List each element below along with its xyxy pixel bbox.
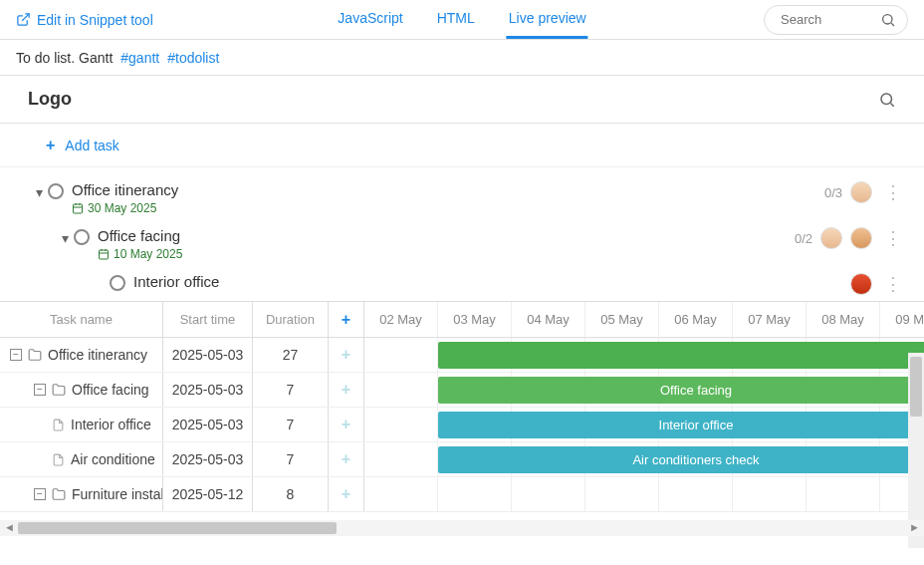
gantt-bar[interactable]: Air conditioners check <box>438 446 924 473</box>
add-column-button[interactable]: + <box>329 302 364 337</box>
day-header: 04 May <box>512 302 585 337</box>
cell-start: 2025-05-03 <box>163 408 253 441</box>
hashtag-todolist[interactable]: #todolist <box>167 50 219 66</box>
row-add-button[interactable]: + <box>329 477 364 511</box>
calendar-icon <box>98 248 110 260</box>
file-icon <box>52 453 65 466</box>
plus-icon: + <box>342 485 350 503</box>
gantt-scrollbar-vertical[interactable] <box>908 353 924 548</box>
edit-snippet-label: Edit in Snippet tool <box>37 12 153 28</box>
snippet-title: To do list. Gantt <box>16 50 113 66</box>
col-duration: Duration <box>253 302 329 337</box>
chevron-down-icon[interactable]: ▾ <box>56 230 74 246</box>
folder-icon <box>28 348 42 362</box>
day-header: 02 May <box>364 302 438 337</box>
plus-icon: + <box>342 381 350 399</box>
expander-icon[interactable]: − <box>10 349 22 361</box>
day-header: 03 May <box>438 302 512 337</box>
gantt-chart: Task nameStart timeDuration+02 May03 May… <box>0 301 924 520</box>
search-icon[interactable] <box>880 12 896 28</box>
hashtag-gantt[interactable]: #gantt <box>120 50 159 66</box>
task-name[interactable]: Office facing <box>98 227 795 244</box>
plus-icon: + <box>342 311 350 329</box>
gantt-bar[interactable]: Office facing <box>438 377 924 404</box>
col-task-name: Task name <box>0 302 163 337</box>
day-header: 08 May <box>807 302 880 337</box>
search-box <box>764 5 908 35</box>
timeline[interactable]: Interior office <box>364 408 924 441</box>
header-search-button[interactable] <box>878 91 896 109</box>
task-checkbox[interactable] <box>74 229 90 245</box>
cell-task-name[interactable]: −Furniture install <box>0 477 163 511</box>
cell-duration: 7 <box>253 442 329 476</box>
cell-task-name[interactable]: −Office itinerancy <box>0 338 163 372</box>
task-date: 10 May 2025 <box>98 247 795 261</box>
external-link-icon <box>16 12 31 27</box>
search-icon <box>878 91 896 109</box>
tree-row: ▾Office itinerancy30 May 20250/3⋮ <box>0 175 924 221</box>
cell-start: 2025-05-03 <box>163 442 253 476</box>
col-start-time: Start time <box>163 302 253 337</box>
task-checkbox[interactable] <box>110 275 125 291</box>
cell-duration: 7 <box>253 408 329 441</box>
top-toolbar: Edit in Snippet tool JavaScript HTML Liv… <box>0 0 924 40</box>
gantt-bar[interactable] <box>438 342 924 369</box>
timeline[interactable]: Air conditioners check <box>364 442 924 476</box>
plus-icon: + <box>342 450 350 468</box>
row-add-button[interactable]: + <box>329 338 364 372</box>
tab-javascript[interactable]: JavaScript <box>336 0 404 39</box>
more-menu-icon[interactable]: ⋮ <box>880 229 906 247</box>
gantt-bar[interactable]: Interior office <box>438 412 924 438</box>
gantt-row: Interior office2025-05-037+Interior offi… <box>0 408 924 442</box>
avatar[interactable] <box>850 273 872 295</box>
subtitle-bar: To do list. Gantt #gantt #todolist <box>0 40 924 76</box>
scroll-left-arrow[interactable]: ◄ <box>4 521 15 533</box>
svg-line-2 <box>891 23 894 26</box>
add-task-button[interactable]: + Add task <box>46 137 119 154</box>
day-header: 05 May <box>585 302 659 337</box>
task-tree: ▾Office itinerancy30 May 20250/3⋮▾Office… <box>0 167 924 301</box>
task-name[interactable]: Office itinerancy <box>72 181 824 198</box>
file-icon <box>52 419 65 431</box>
scroll-thumb[interactable] <box>18 522 337 534</box>
svg-line-4 <box>890 103 893 106</box>
plus-icon: + <box>342 416 350 433</box>
avatar[interactable] <box>820 227 842 249</box>
row-add-button[interactable]: + <box>329 408 364 441</box>
task-checkbox[interactable] <box>48 183 64 199</box>
task-count: 0/2 <box>795 231 812 246</box>
cell-task-name[interactable]: Interior office <box>0 408 163 441</box>
day-header: 09 May <box>880 302 924 337</box>
chevron-down-icon[interactable]: ▾ <box>30 184 48 200</box>
more-menu-icon[interactable]: ⋮ <box>880 275 906 293</box>
gantt-row: −Office facing2025-05-037+Office facing <box>0 373 924 408</box>
gantt-row: −Office itinerancy2025-05-0327+ <box>0 338 924 373</box>
gantt-scrollbar-horizontal[interactable]: ◄ ► <box>0 520 924 536</box>
task-name[interactable]: Interior office <box>133 273 850 290</box>
avatar[interactable] <box>850 227 872 249</box>
plus-icon: + <box>342 346 350 364</box>
row-add-button[interactable]: + <box>329 373 364 407</box>
edit-snippet-link[interactable]: Edit in Snippet tool <box>16 12 153 28</box>
more-menu-icon[interactable]: ⋮ <box>880 183 906 201</box>
cell-start: 2025-05-03 <box>163 373 253 407</box>
day-header: 07 May <box>733 302 807 337</box>
timeline[interactable]: Office facing <box>364 373 924 407</box>
scroll-right-arrow[interactable]: ► <box>909 521 920 533</box>
cell-duration: 7 <box>253 373 329 407</box>
expander-icon[interactable]: − <box>34 488 46 500</box>
task-date: 30 May 2025 <box>72 201 824 215</box>
plus-icon: + <box>46 137 55 154</box>
gantt-body: −Office itinerancy2025-05-0327+−Office f… <box>0 338 924 512</box>
cell-duration: 27 <box>253 338 329 372</box>
row-add-button[interactable]: + <box>329 442 364 476</box>
timeline[interactable] <box>364 477 924 511</box>
timeline[interactable] <box>364 338 924 372</box>
tab-live-preview[interactable]: Live preview <box>507 0 588 39</box>
folder-icon <box>52 487 66 501</box>
cell-task-name[interactable]: Air conditione <box>0 442 163 476</box>
avatar[interactable] <box>850 181 872 203</box>
cell-task-name[interactable]: −Office facing <box>0 373 163 407</box>
expander-icon[interactable]: − <box>34 384 46 396</box>
tab-html[interactable]: HTML <box>435 0 477 39</box>
